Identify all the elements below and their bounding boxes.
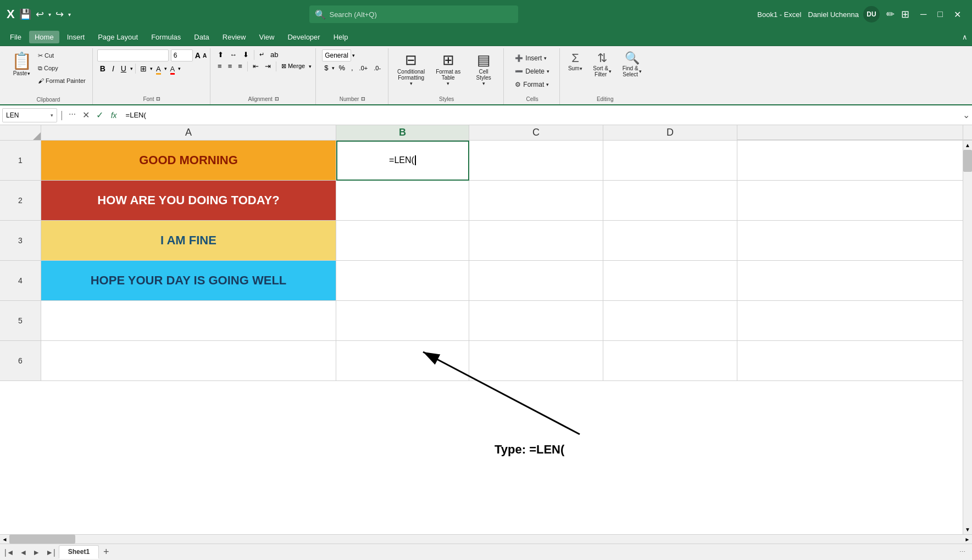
cell-d5[interactable]: [603, 301, 737, 341]
merge-dropdown-icon[interactable]: ▾: [309, 64, 312, 69]
cell-a3[interactable]: I AM FINE: [41, 221, 336, 261]
hscroll-left-button[interactable]: ◄: [0, 535, 9, 544]
font-size-box[interactable]: 6: [171, 49, 193, 61]
cell-a6[interactable]: [41, 341, 336, 381]
ribbon-collapse-button[interactable]: ∧: [962, 33, 968, 41]
scroll-thumb[interactable]: [963, 150, 972, 172]
paste-button[interactable]: 📋 Paste ▾: [9, 49, 35, 94]
sheet-nav-first[interactable]: |◄: [2, 547, 16, 558]
percent-button[interactable]: %: [336, 63, 347, 73]
cell-a5[interactable]: [41, 301, 336, 341]
font-grow-button[interactable]: A: [195, 51, 201, 60]
menu-file[interactable]: File: [4, 31, 27, 43]
hscroll-thumb[interactable]: [9, 535, 75, 544]
cell-c4[interactable]: [469, 261, 603, 301]
underline-dropdown-icon[interactable]: ▾: [130, 66, 133, 71]
cut-button[interactable]: ✂ Cut: [36, 49, 88, 61]
delete-dropdown-icon[interactable]: ▾: [547, 69, 549, 74]
cell-b1[interactable]: =LEN( LEN(text): [336, 141, 469, 181]
menu-home[interactable]: Home: [29, 31, 59, 43]
bold-button[interactable]: B: [97, 63, 108, 74]
insert-dropdown-icon[interactable]: ▾: [544, 55, 547, 61]
formula-more-button[interactable]: ⋯: [66, 109, 78, 121]
format-dropdown-icon[interactable]: ▾: [546, 82, 549, 87]
fx-button[interactable]: fx: [108, 111, 120, 120]
formula-confirm-button[interactable]: ✓: [94, 109, 105, 121]
font-color-button[interactable]: A: [168, 63, 177, 75]
scroll-up-button[interactable]: ▲: [963, 141, 972, 150]
align-center-button[interactable]: ≡: [226, 61, 235, 71]
accounting-button[interactable]: $: [322, 63, 330, 73]
indent-decrease-button[interactable]: ⇤: [251, 61, 261, 71]
conditional-formatting-dropdown-icon[interactable]: ▾: [410, 81, 413, 86]
border-button[interactable]: ⊞: [138, 63, 149, 74]
cell-a4[interactable]: HOPE YOUR DAY IS GOING WELL: [41, 261, 336, 301]
copy-button[interactable]: ⧉ Copy: [36, 62, 88, 74]
search-bar[interactable]: 🔍: [309, 5, 518, 23]
hscroll-track[interactable]: [9, 535, 963, 544]
maximize-button[interactable]: □: [933, 8, 947, 21]
row-number-3[interactable]: 3: [0, 221, 41, 261]
select-all-button[interactable]: [0, 125, 41, 141]
align-bottom-button[interactable]: ⬇: [241, 49, 251, 60]
cell-b5[interactable]: [336, 301, 469, 341]
hscroll-right-button[interactable]: ►: [963, 535, 972, 544]
cell-b3[interactable]: [336, 221, 469, 261]
cell-c5[interactable]: [469, 301, 603, 341]
redo-button[interactable]: ↪: [55, 8, 64, 20]
alignment-expand-icon[interactable]: ⊡: [275, 96, 279, 102]
format-painter-button[interactable]: 🖌 Format Painter: [36, 75, 88, 87]
formula-expand-button[interactable]: ⌄: [963, 110, 970, 120]
insert-cells-button[interactable]: ➕ Insert ▾: [513, 52, 549, 64]
number-expand-icon[interactable]: ⊡: [361, 96, 365, 102]
delete-cells-button[interactable]: ➖ Delete ▾: [513, 65, 552, 77]
cell-c1[interactable]: [469, 141, 603, 181]
cell-b2[interactable]: [336, 181, 469, 221]
sort-dropdown-icon[interactable]: ▾: [609, 69, 612, 74]
scroll-down-button[interactable]: ▼: [963, 525, 972, 534]
sheet-context-dots[interactable]: ⋯: [955, 548, 970, 556]
format-as-table-button[interactable]: ⊞ Format asTable ▾: [431, 49, 465, 88]
menu-view[interactable]: View: [253, 31, 280, 43]
cell-d1[interactable]: [603, 141, 737, 181]
vertical-scrollbar[interactable]: ▲ ▼: [963, 141, 972, 534]
row-number-6[interactable]: 6: [0, 341, 41, 381]
fill-color-dropdown-icon[interactable]: ▾: [164, 66, 167, 71]
fullscreen-icon[interactable]: ⊞: [901, 8, 909, 20]
align-middle-button[interactable]: ↔: [227, 49, 239, 60]
row-number-4[interactable]: 4: [0, 261, 41, 301]
font-color-dropdown-icon[interactable]: ▾: [178, 66, 181, 71]
formula-input[interactable]: [123, 111, 960, 119]
decimal-increase-button[interactable]: .0+: [357, 64, 370, 72]
underline-button[interactable]: U: [118, 63, 129, 74]
cell-c2[interactable]: [469, 181, 603, 221]
add-sheet-button[interactable]: +: [100, 546, 113, 558]
accounting-dropdown-icon[interactable]: ▾: [332, 65, 335, 71]
format-as-table-dropdown-icon[interactable]: ▾: [447, 81, 449, 86]
cell-d3[interactable]: [603, 221, 737, 261]
sheet-nav-last[interactable]: ►|: [43, 547, 58, 558]
number-format-dropdown-icon[interactable]: ▾: [352, 53, 355, 58]
merge-center-button[interactable]: ⊠ Merge: [279, 61, 307, 71]
conditional-formatting-button[interactable]: ⊟ ConditionalFormatting ▾: [393, 49, 429, 88]
menu-developer[interactable]: Developer: [282, 31, 325, 43]
row-number-2[interactable]: 2: [0, 181, 41, 221]
font-shrink-button[interactable]: A: [203, 53, 207, 59]
formula-cancel-button[interactable]: ✕: [80, 109, 92, 121]
sheet-nav-prev[interactable]: ◄: [18, 547, 30, 558]
row-number-1[interactable]: 1: [0, 141, 41, 181]
autosum-button[interactable]: Σ Sum ▾: [564, 49, 586, 73]
quick-access-more-button[interactable]: ▾: [68, 12, 71, 18]
align-top-button[interactable]: ⬆: [215, 49, 226, 60]
cell-d6[interactable]: [603, 341, 737, 381]
col-header-a[interactable]: A: [41, 125, 336, 140]
menu-data[interactable]: Data: [188, 31, 214, 43]
text-orient-button[interactable]: ab: [268, 49, 280, 60]
font-name-box[interactable]: [97, 49, 169, 61]
align-left-button[interactable]: ≡: [215, 61, 224, 71]
name-box-dropdown-icon[interactable]: ▾: [51, 113, 53, 118]
comma-button[interactable]: ,: [349, 63, 356, 73]
border-dropdown-icon[interactable]: ▾: [150, 66, 153, 71]
find-dropdown-icon[interactable]: ▾: [639, 69, 642, 74]
menu-help[interactable]: Help: [328, 31, 354, 43]
